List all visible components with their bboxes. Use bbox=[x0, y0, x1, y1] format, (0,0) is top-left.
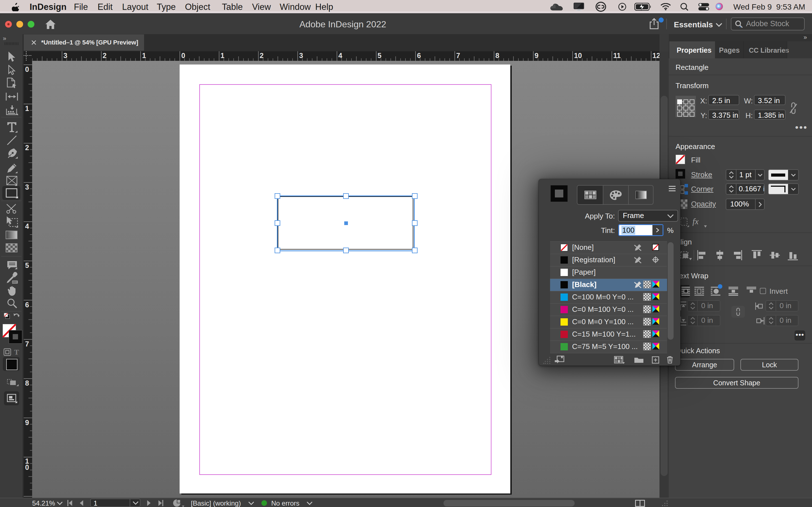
svg-text:9: 9 bbox=[535, 52, 539, 59]
svg-text:5: 5 bbox=[377, 52, 382, 59]
svg-text:4: 4 bbox=[338, 52, 342, 59]
svg-text:6: 6 bbox=[417, 52, 421, 59]
svg-text:7: 7 bbox=[456, 52, 460, 59]
svg-text:3: 3 bbox=[25, 183, 29, 191]
svg-text:0: 0 bbox=[25, 463, 29, 471]
svg-text:T: T bbox=[14, 348, 19, 356]
svg-text:1: 1 bbox=[220, 52, 224, 59]
svg-text:9: 9 bbox=[25, 418, 29, 427]
svg-text:6: 6 bbox=[25, 301, 29, 309]
svg-text:0: 0 bbox=[25, 65, 29, 73]
svg-text:4: 4 bbox=[25, 222, 29, 230]
svg-text:12: 12 bbox=[652, 52, 659, 59]
svg-text:8: 8 bbox=[495, 52, 499, 59]
svg-text:7: 7 bbox=[25, 340, 29, 348]
svg-text:0: 0 bbox=[181, 52, 185, 59]
svg-text:3: 3 bbox=[63, 52, 67, 59]
svg-text:10: 10 bbox=[574, 52, 582, 59]
svg-text:3: 3 bbox=[299, 52, 303, 59]
svg-text:5: 5 bbox=[25, 262, 29, 269]
svg-text:11: 11 bbox=[613, 52, 621, 59]
svg-text:2: 2 bbox=[25, 144, 29, 152]
svg-text:8: 8 bbox=[25, 379, 29, 387]
svg-text:2: 2 bbox=[260, 52, 264, 59]
svg-text:2: 2 bbox=[103, 52, 107, 59]
svg-text:1: 1 bbox=[142, 52, 146, 59]
svg-text:1: 1 bbox=[25, 105, 29, 112]
